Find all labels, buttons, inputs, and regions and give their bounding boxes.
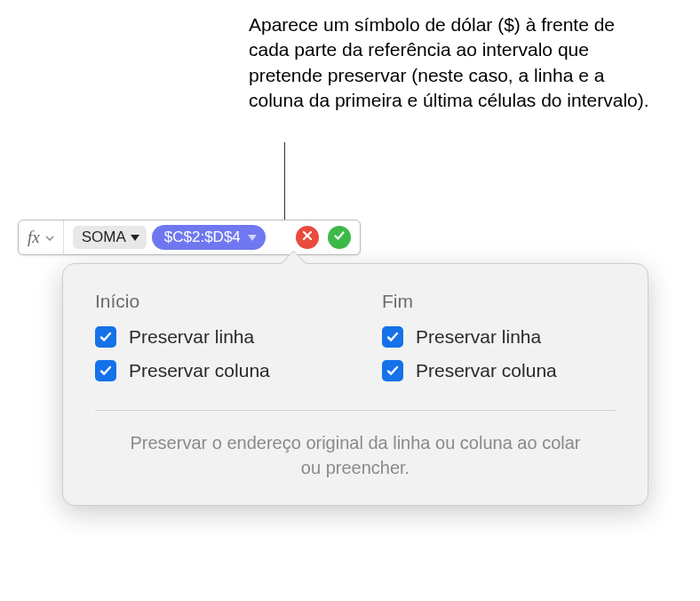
checkbox-label: Preservar linha [129, 326, 254, 348]
accept-button[interactable] [328, 226, 351, 249]
popover-description: Preservar o endereço original da linha o… [95, 430, 616, 480]
annotation-leader-line [284, 142, 285, 227]
checkbox-checked-icon [95, 360, 116, 381]
function-name: SOMA [82, 228, 126, 246]
function-token[interactable]: SOMA [73, 226, 147, 249]
close-icon [301, 229, 314, 245]
checkbox-checked-icon [382, 326, 403, 348]
checkmark-icon [333, 229, 346, 245]
end-column: Fim Preservar linha Preservar coluna [382, 291, 616, 394]
end-preserve-column-checkbox[interactable]: Preservar coluna [382, 360, 616, 381]
formula-actions [274, 220, 360, 254]
checkbox-label: Preservar linha [416, 326, 541, 348]
formula-bar: fx SOMA $C$2:$D$4 [18, 220, 361, 255]
preserve-reference-popover: Início Preservar linha Preservar coluna … [62, 263, 648, 506]
end-preserve-row-checkbox[interactable]: Preservar linha [382, 326, 616, 348]
start-column: Início Preservar linha Preservar coluna [95, 291, 329, 394]
annotation-callout: Aparece um símbolo de dólar ($) à frente… [249, 12, 657, 113]
range-reference-text: $C$2:$D$4 [164, 228, 241, 246]
chevron-down-icon [45, 233, 54, 243]
checkbox-label: Preservar coluna [416, 360, 557, 381]
dropdown-triangle-icon [131, 235, 139, 241]
dropdown-triangle-icon [248, 235, 257, 241]
checkbox-checked-icon [95, 326, 116, 348]
checkbox-label: Preservar coluna [129, 360, 270, 381]
checkbox-checked-icon [382, 360, 403, 381]
divider [95, 410, 616, 411]
start-heading: Início [95, 291, 329, 312]
start-preserve-row-checkbox[interactable]: Preservar linha [95, 326, 329, 348]
fx-label: fx [28, 228, 40, 247]
end-heading: Fim [382, 291, 616, 312]
range-reference-token[interactable]: $C$2:$D$4 [152, 225, 266, 250]
fx-menu[interactable]: fx [19, 220, 64, 254]
start-preserve-column-checkbox[interactable]: Preservar coluna [95, 360, 329, 381]
cancel-button[interactable] [296, 226, 319, 249]
formula-input[interactable]: SOMA $C$2:$D$4 [64, 225, 274, 250]
